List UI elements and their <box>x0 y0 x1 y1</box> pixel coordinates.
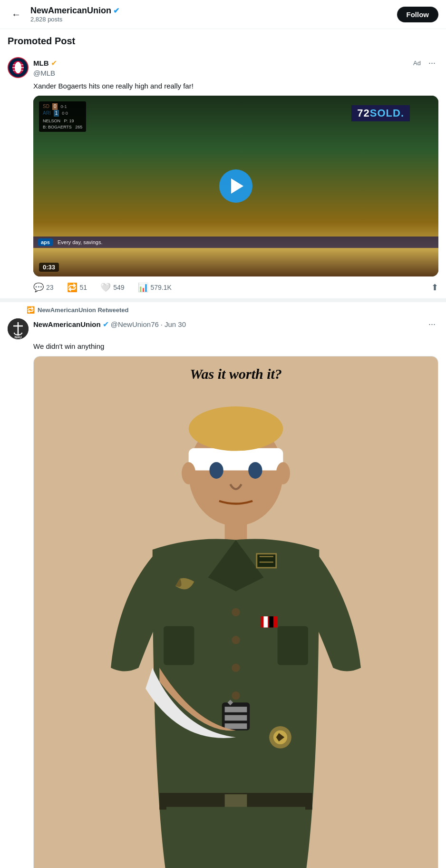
heart-icon: 🤍 <box>100 282 111 293</box>
svg-point-15 <box>248 462 262 479</box>
video-duration: 0:33 <box>39 263 59 272</box>
video-background: SD 0 0-1 ARI 1 0 0 NELSON P: 19 B: BOGAE… <box>33 96 438 276</box>
views-count: 579.1K <box>151 284 172 291</box>
scoreboard-overlay: SD 0 0-1 ARI 1 0 0 NELSON P: 19 B: BOGAE… <box>39 101 86 132</box>
svg-rect-36 <box>263 616 268 627</box>
back-button[interactable]: ← <box>8 6 25 23</box>
account-name-text: NewAmericanUnion <box>30 6 111 16</box>
svg-rect-28 <box>257 554 276 568</box>
svg-rect-25 <box>225 707 247 712</box>
tweet2-handle: @NewUnion76 <box>111 320 159 328</box>
tweet2-name-row: NewAmericanUnion ✔ @NewUnion76 · Jun 30 … <box>33 318 438 330</box>
follow-button[interactable]: Follow <box>397 7 439 22</box>
tweet-card-nau: 🔁 NewAmericanUnion Retweeted NAU <box>0 302 446 868</box>
tweet-user-info: MLB ✔ Ad ··· @MLB <box>33 57 438 78</box>
tweet-actions: 💬 23 🔁 51 🤍 549 📊 579.1K ⬆ <box>33 282 438 293</box>
tweet2-content: NAU NewAmericanUnion ✔ @NewUnion76 · Jun… <box>0 314 446 868</box>
retweet-count: 51 <box>80 284 87 291</box>
svg-rect-37 <box>269 616 273 627</box>
tweet-card-mlb: MLB ✔ Ad ··· @MLB Xander Bogaerts hits o… <box>0 51 446 302</box>
share-icon: ⬆ <box>431 283 438 292</box>
ads-bar: aps Every day, savings. <box>33 237 438 248</box>
aps-text: Every day, savings. <box>58 239 103 245</box>
tweet-account-name[interactable]: MLB <box>33 59 49 67</box>
views-action[interactable]: 📊 579.1K <box>138 282 172 293</box>
svg-point-14 <box>209 462 223 479</box>
tweet2-more-button[interactable]: ··· <box>426 318 438 330</box>
svg-rect-33 <box>164 626 194 665</box>
header-profile-info: NewAmericanUnion ✔ 2,828 posts <box>30 6 397 23</box>
views-bar-icon: 📊 <box>138 282 148 293</box>
retweet-notice-icon: 🔁 <box>27 306 35 314</box>
retweet-notice-text: NewAmericanUnion Retweeted <box>38 306 128 314</box>
post-count: 2,828 posts <box>30 16 397 23</box>
nau-avatar[interactable]: NAU <box>8 318 29 339</box>
share-action[interactable]: ⬆ <box>431 282 438 293</box>
nau-verified-icon: ✔ <box>103 320 109 329</box>
svg-rect-32 <box>225 794 247 808</box>
svg-point-21 <box>232 636 240 644</box>
tweet2-date: Jun 30 <box>165 320 186 328</box>
meme-image[interactable]: Was it worth it? <box>33 356 438 868</box>
retweet-notice: 🔁 NewAmericanUnion Retweeted <box>0 302 446 314</box>
tweet2-header: NAU NewAmericanUnion ✔ @NewUnion76 · Jun… <box>8 318 438 339</box>
ad-label: Ad <box>413 59 421 67</box>
aps-logo: aps <box>38 238 53 246</box>
play-triangle-icon <box>231 178 243 194</box>
svg-point-22 <box>232 664 240 672</box>
svg-point-18 <box>276 462 290 484</box>
promoted-post-label: Promoted Post <box>0 29 446 51</box>
tweet2-user-info: NewAmericanUnion ✔ @NewUnion76 · Jun 30 … <box>33 318 438 330</box>
header-account-name: NewAmericanUnion ✔ <box>30 6 397 16</box>
tweet-handle: @MLB <box>33 69 438 78</box>
reply-icon: 💬 <box>33 282 44 293</box>
svg-rect-34 <box>278 626 308 665</box>
like-action[interactable]: 🤍 549 <box>100 282 124 293</box>
tweet-header: MLB ✔ Ad ··· @MLB <box>8 57 438 78</box>
tweet-name-row: MLB ✔ Ad ··· <box>33 57 438 69</box>
svg-point-16 <box>189 406 283 451</box>
svg-point-17 <box>182 462 195 484</box>
retweet-icon: 🔁 <box>67 282 78 293</box>
play-button[interactable] <box>219 169 252 203</box>
tweet-text: Xander Bogaerts hits one really high and… <box>33 81 438 91</box>
profile-header: ← NewAmericanUnion ✔ 2,828 posts Follow <box>0 0 446 29</box>
retweet-action[interactable]: 🔁 51 <box>67 282 87 293</box>
svg-point-23 <box>232 691 240 700</box>
soldier-illustration <box>41 390 430 868</box>
reply-count: 23 <box>46 284 54 291</box>
video-thumbnail[interactable]: SD 0 0-1 ARI 1 0 0 NELSON P: 19 B: BOGAE… <box>33 96 438 276</box>
meme-title: Was it worth it? <box>190 366 282 382</box>
tweet2-text: We didn't win anything <box>33 341 438 351</box>
svg-rect-13 <box>189 448 283 471</box>
svg-rect-26 <box>225 715 247 721</box>
back-arrow-icon: ← <box>11 9 21 20</box>
mlb-avatar[interactable] <box>8 57 29 78</box>
svg-rect-27 <box>225 723 247 729</box>
72sold-sign: 72SOLD. <box>351 105 410 121</box>
svg-point-20 <box>232 608 240 617</box>
verified-badge-icon: ✔ <box>113 6 119 15</box>
mlb-verified-icon: ✔ <box>51 59 57 68</box>
more-options-button[interactable]: ··· <box>426 57 438 69</box>
reply-action[interactable]: 💬 23 <box>33 282 54 293</box>
tweet2-dot: · <box>161 320 163 328</box>
svg-text:NAU: NAU <box>14 335 21 339</box>
tweet2-account-name[interactable]: NewAmericanUnion <box>33 320 101 328</box>
like-count: 549 <box>113 284 124 291</box>
tweet2-body: We didn't win anything Was it worth it? <box>33 341 438 868</box>
